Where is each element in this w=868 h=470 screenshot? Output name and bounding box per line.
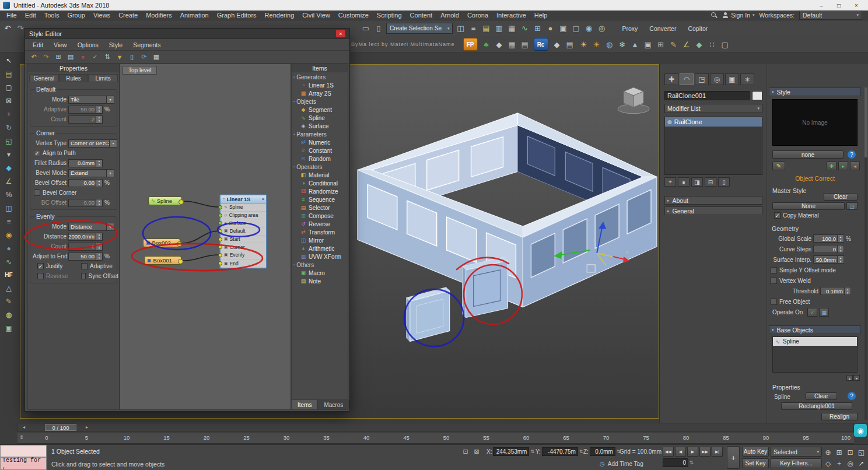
item-material[interactable]: ◧Material [292,171,348,179]
spinner-surface-interp[interactable]: ▴▾ [838,255,844,264]
sort-icon[interactable]: ⇅ [102,52,113,62]
material-editor-icon[interactable]: ● [544,22,556,34]
next-frame-arrow[interactable]: ▸ [83,425,90,430]
auto-key-button[interactable]: Auto Key [742,447,769,457]
view-cube[interactable] [618,87,649,114]
base-object-spline[interactable]: ∿Spline [773,337,857,346]
selection-set-dropdown[interactable]: Create Selection Se ▾ [386,23,453,34]
field-threshold[interactable]: 0.1mm▴▾ [820,287,851,295]
rectangular-selection-icon[interactable]: ▢ [4,83,14,92]
item-randomize[interactable]: ⚄Randomize [292,187,348,195]
field-surface-interp[interactable]: 50.0mm▴▾ [813,255,844,264]
node-linear-1s[interactable]: ◔ Linear 1S × ∿Spline▱Clipping area◈Surf… [220,195,267,268]
slot-socket[interactable] [218,237,222,241]
x-coordinate-field[interactable]: 244.353mm [493,447,529,456]
mountain-icon[interactable]: ▲ [629,38,642,51]
scene-explorer-icon[interactable]: ▥ [492,22,505,34]
track-bar-ruler[interactable]: ⇕ 05101520253035404550556065707580859095… [18,433,854,444]
layer-explorer-icon[interactable]: ▤ [480,22,492,34]
box-icon[interactable]: ▣ [4,324,14,333]
item-spline[interactable]: ∿Spline [292,114,348,122]
item-macro[interactable]: ▣Macro [292,269,348,277]
slot-end[interactable]: ▣End [220,259,266,268]
menu-arnold[interactable]: Arnold [436,10,463,20]
light-icon[interactable]: ☀ [578,38,590,51]
undo-icon[interactable]: ↶ [29,52,39,62]
railclone-lister-icon[interactable]: ▤ [564,38,576,51]
dropdown-bevel-mode[interactable]: Extend▾ [68,169,114,177]
sign-in-button[interactable]: Sign In ▾ [722,12,754,19]
item-sequence[interactable]: ≡Sequence [292,195,348,204]
menu-civil-view[interactable]: Civil View [298,10,334,20]
slot-socket[interactable] [218,229,222,233]
previous-frame-arrow[interactable]: ◂ [20,425,27,430]
object-color-swatch[interactable] [752,91,762,100]
output-socket[interactable] [178,259,183,264]
create-tab[interactable]: ✚ [664,73,678,85]
tab-general[interactable]: General [29,74,59,82]
dropdown-mode[interactable]: Tile▾ [68,96,114,104]
operate-on-surfaces-icon[interactable]: ▦ [819,308,829,317]
forest-pack-button[interactable]: FP [463,38,478,51]
move-down-icon[interactable]: ▾ [853,375,860,381]
spinner-adaptive[interactable]: ▴▾ [96,106,103,114]
copy-material-checkbox[interactable]: ✓ Copy Material [774,212,819,219]
next-frame-button[interactable]: ▶▶ [699,447,710,457]
fov-icon[interactable]: ◇ [822,458,834,469]
slot-start[interactable]: ▣Start [220,236,266,244]
select-scale-icon[interactable]: ◱ [4,136,14,146]
style-editor-titlebar[interactable]: Style Editor × [25,29,349,39]
snow-icon[interactable]: ❄ [616,38,629,51]
spinner-fillet-radius[interactable]: ▴▾ [96,159,103,167]
tab-limits[interactable]: Limits [88,74,118,82]
item-note[interactable]: ▤Note [292,277,348,285]
paste-icon[interactable]: ▤ [65,52,76,62]
field-bc-offset[interactable]: 0.00▴▾ [68,199,103,207]
previous-frame-button[interactable]: ◀ [675,447,686,457]
report-icon[interactable]: ▦ [151,52,162,62]
menu-help[interactable]: Help [530,10,552,20]
box-mode-icon[interactable]: ▢ [719,38,732,51]
item-constant[interactable]: 2Constant [292,146,348,155]
hf-script-button[interactable]: HF [5,271,12,279]
output-socket[interactable] [177,241,182,247]
slot-clipping-area[interactable]: ▱Clipping area [220,212,266,220]
slot-socket[interactable] [218,205,222,209]
slot-spline[interactable]: ∿Spline [220,204,266,212]
orbit-icon[interactable]: ◎ [845,458,856,469]
spinner-distance[interactable]: ▴▾ [96,233,103,241]
minimize-button[interactable]: – [813,0,830,10]
tab-macros[interactable]: Macros [318,400,349,409]
close-icon[interactable]: × [336,30,345,37]
item-linear-1s[interactable]: ◔Linear 1S [292,81,348,89]
make-unique-icon[interactable]: ◨ [691,177,703,187]
base-objects-header[interactable]: ▾ Base Objects [769,325,861,334]
grid-helper-icon[interactable]: ⊞ [654,38,667,51]
angle-snap-icon[interactable]: ∠ [4,177,14,186]
menu-edit[interactable]: Edit [21,10,40,20]
select-rotate-icon[interactable]: ↻ [4,123,14,132]
select-move-icon[interactable]: + [4,110,14,119]
unlink-icon[interactable]: ▯ [372,22,385,34]
menu-graph-editors[interactable]: Graph Editors [213,10,261,20]
isolate-selection-icon[interactable]: ⊡ [461,447,470,456]
field-global-scale[interactable]: 100.0▴▾ [813,234,844,243]
se-menu-segments[interactable]: Segments [128,41,166,48]
se-menu-options[interactable]: Options [72,41,104,48]
align-icon[interactable]: ≡ [467,22,480,34]
se-menu-style[interactable]: Style [104,41,128,48]
z-coordinate-field[interactable]: 0.0mm [590,447,615,456]
pin-stack-icon[interactable]: ⌖ [664,177,676,187]
menu-create[interactable]: Create [114,10,142,20]
field-count[interactable]: 2▴▾ [68,115,103,124]
redo-icon[interactable]: ↷ [41,52,51,62]
checkbox-free-object[interactable]: Free Object [771,299,810,305]
filter-icon[interactable]: ▼ [114,52,125,62]
proxy-button[interactable]: Proxy [618,24,641,33]
spinner-bc-offset[interactable]: ▴▾ [96,199,103,207]
style-help-icon[interactable]: ? [848,150,856,159]
rollout-about[interactable]: ▸About [664,196,762,205]
camera-icon[interactable]: ▣ [642,38,654,51]
item-numeric[interactable]: x²Numeric [292,138,348,146]
slot-socket[interactable] [218,213,222,218]
